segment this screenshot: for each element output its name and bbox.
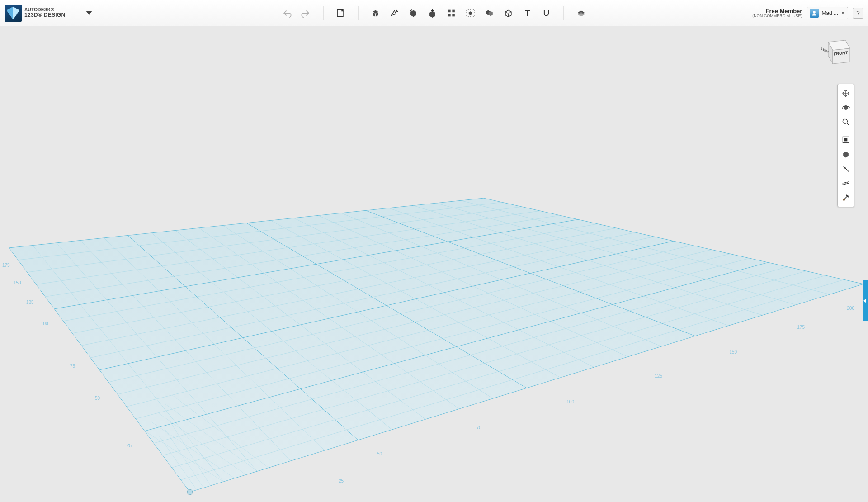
svg-point-7 — [813, 11, 816, 14]
zoom-button[interactable] — [838, 115, 854, 129]
app-logo-text: AUTODESK® 123D® DESIGN — [24, 7, 65, 18]
toggle-solid-button[interactable] — [838, 147, 854, 161]
orbit-button[interactable] — [838, 100, 854, 115]
grid-label: 200 — [847, 306, 854, 311]
user-name: Mad ... — [821, 10, 838, 16]
insert-button[interactable] — [333, 5, 349, 21]
grid-label: 100 — [566, 399, 574, 404]
viewcube[interactable]: LEFT FRONT — [819, 34, 854, 69]
toolbar-right: Free Member (NON COMMERCIAL USE) Mad ...… — [752, 7, 863, 19]
svg-line-67 — [847, 123, 849, 126]
svg-point-66 — [843, 119, 847, 123]
grid-label: 75 — [476, 425, 481, 430]
svg-marker-8 — [9, 198, 863, 492]
viewport-3d[interactable]: 175 150 125 100 75 50 25 200 175 150 125… — [0, 26, 868, 502]
redo-button[interactable] — [298, 5, 314, 21]
pattern-button[interactable] — [443, 5, 460, 21]
fit-button[interactable] — [838, 133, 854, 147]
snap-button[interactable] — [538, 5, 555, 21]
side-panel-handle[interactable] — [863, 280, 868, 321]
svg-rect-1 — [448, 9, 451, 12]
avatar-icon — [810, 9, 819, 18]
measure-button[interactable] — [500, 5, 517, 21]
grid-label: 125 — [26, 300, 34, 305]
toggle-grid-button[interactable] — [838, 176, 854, 190]
toolbar-separator — [323, 6, 324, 20]
user-account-dropdown[interactable]: Mad ... ▼ — [807, 7, 848, 19]
svg-text:T: T — [525, 8, 530, 18]
grid-label: 125 — [655, 374, 662, 379]
grid-label: 75 — [70, 364, 75, 369]
svg-rect-3 — [448, 14, 451, 16]
svg-rect-2 — [452, 9, 455, 12]
modify-button[interactable] — [425, 5, 441, 21]
main-toolbar: AUTODESK® 123D® DESIGN — [0, 0, 868, 26]
toolbar-separator — [564, 6, 564, 20]
grid-label: 175 — [797, 325, 805, 330]
toolbar-center: T — [279, 5, 590, 21]
grid-plane — [0, 26, 868, 502]
chevron-down-icon: ▼ — [841, 11, 845, 15]
sketch-button[interactable] — [387, 5, 403, 21]
pan-button[interactable] — [838, 86, 854, 100]
nav-separator — [840, 131, 852, 131]
app-logo-block: AUTODESK® 123D® DESIGN — [5, 5, 92, 22]
combine-button[interactable] — [481, 5, 498, 21]
file-menu-dropdown[interactable] — [86, 11, 92, 15]
materials-button[interactable] — [573, 5, 590, 21]
grouping-button[interactable] — [462, 5, 479, 21]
toolbar-separator — [358, 6, 359, 20]
primitives-button[interactable] — [368, 5, 384, 21]
app-name-line2: 123D® DESIGN — [24, 12, 65, 18]
help-button[interactable]: ? — [853, 8, 863, 19]
grid-label: 175 — [2, 263, 10, 268]
construct-button[interactable] — [406, 5, 422, 21]
grid-label: 25 — [339, 478, 344, 483]
help-label: ? — [856, 9, 860, 17]
membership-note: (NON COMMERCIAL USE) — [752, 14, 802, 18]
svg-rect-4 — [452, 14, 455, 16]
toggle-sketch-button[interactable] — [838, 161, 854, 176]
grid-label: 150 — [14, 280, 21, 285]
membership-status: Free Member (NON COMMERCIAL USE) — [752, 8, 802, 18]
grid-label: 50 — [377, 451, 382, 456]
svg-point-60 — [187, 489, 193, 495]
grid-label: 25 — [127, 443, 132, 448]
app-logo-icon[interactable] — [5, 5, 22, 22]
grid-label: 100 — [41, 321, 48, 326]
material-toggle-button[interactable] — [838, 190, 854, 205]
grid-label: 150 — [729, 350, 737, 355]
text-button[interactable]: T — [519, 5, 536, 21]
grid-label: 50 — [95, 396, 100, 401]
svg-point-70 — [843, 199, 845, 201]
undo-button[interactable] — [279, 5, 295, 21]
membership-tier: Free Member — [752, 8, 802, 14]
svg-rect-69 — [844, 138, 848, 142]
navigation-toolbar — [837, 84, 854, 207]
